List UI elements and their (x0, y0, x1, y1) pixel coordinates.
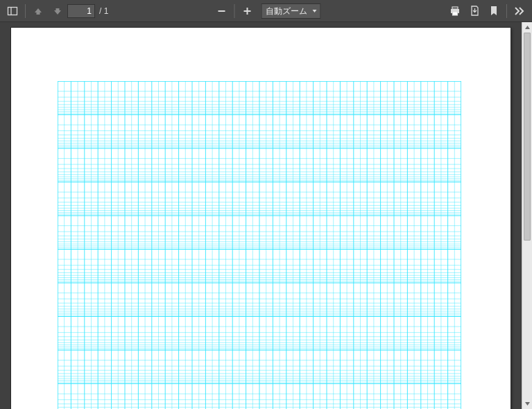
separator (234, 4, 234, 18)
pdf-toolbar: / 1 自動ズーム (0, 0, 532, 22)
zoom-in-button[interactable] (237, 1, 257, 21)
separator (25, 4, 26, 18)
bookmark-button[interactable] (484, 1, 504, 21)
svg-rect-2 (218, 10, 225, 12)
bookmark-icon (490, 6, 498, 16)
chevrons-right-icon (514, 6, 525, 16)
pdf-viewer-area (0, 22, 532, 409)
page-container[interactable] (0, 22, 522, 409)
arrow-up-icon (33, 6, 43, 16)
arrow-down-icon (53, 6, 62, 16)
previous-page-button[interactable] (28, 1, 48, 21)
minus-icon (216, 6, 226, 16)
plus-icon (242, 6, 252, 16)
toolbar-left-group: / 1 (0, 0, 111, 21)
graph-paper-grid (58, 81, 461, 409)
page-total-label: / 1 (99, 6, 108, 16)
more-tools-button[interactable] (510, 1, 529, 21)
zoom-out-button[interactable] (212, 1, 231, 21)
svg-rect-7 (453, 12, 458, 15)
svg-rect-0 (8, 7, 17, 15)
print-icon (449, 6, 461, 17)
toolbar-center-group: 自動ズーム (212, 0, 320, 21)
svg-rect-5 (452, 7, 458, 9)
scrollbar-thumb[interactable] (524, 33, 531, 241)
page-number-input[interactable] (67, 4, 95, 18)
triangle-down-icon (524, 401, 531, 407)
print-button[interactable] (445, 1, 465, 21)
scroll-up-button[interactable] (522, 22, 532, 33)
download-button[interactable] (465, 1, 484, 21)
sidebar-toggle-button[interactable] (3, 1, 22, 21)
toolbar-right-group (445, 0, 532, 21)
next-page-button[interactable] (48, 1, 67, 21)
pdf-page (11, 28, 510, 409)
scroll-down-button[interactable] (522, 399, 532, 409)
zoom-select[interactable]: 自動ズーム (261, 3, 320, 19)
scrollbar-track[interactable] (522, 33, 532, 399)
sidebar-toggle-icon (7, 6, 18, 17)
vertical-scrollbar[interactable] (522, 22, 532, 409)
download-icon (470, 6, 480, 16)
svg-rect-4 (246, 8, 248, 15)
triangle-up-icon (524, 24, 531, 31)
separator (506, 4, 507, 18)
zoom-select-wrap: 自動ズーム (261, 3, 320, 19)
